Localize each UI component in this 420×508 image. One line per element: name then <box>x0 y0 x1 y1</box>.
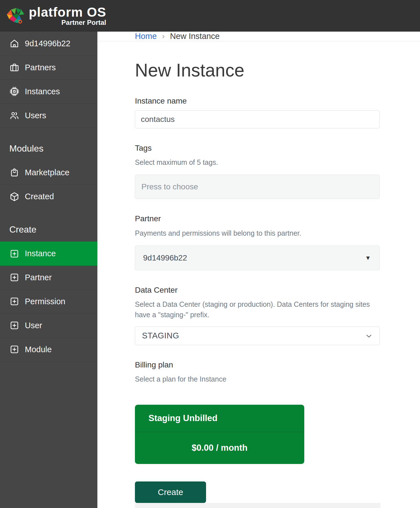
partner-label: Partner <box>135 214 380 224</box>
partner-selected-value: 9d14996b22 <box>143 253 187 262</box>
sidebar-item-label: Permission <box>25 297 65 306</box>
sidebar-item-create-module[interactable]: Module <box>0 338 97 362</box>
plus-square-icon <box>9 344 19 354</box>
sidebar-item-label: 9d14996b22 <box>25 39 70 48</box>
brand-logo[interactable]: platform OS Partner Portal <box>5 5 106 27</box>
sidebar-item-instances[interactable]: Instances <box>0 80 97 104</box>
sidebar-section-modules-title: Modules <box>0 143 97 154</box>
home-icon <box>9 38 19 49</box>
dropdown-caret-icon: ▼ <box>365 255 371 261</box>
brand-name: platform OS <box>29 5 106 19</box>
data-center-hint: Select a Data Center (staging or product… <box>135 299 380 320</box>
sidebar-item-label: Users <box>25 111 46 120</box>
data-center-label: Data Center <box>135 285 380 295</box>
tags-hint: Select maximum of 5 tags. <box>135 157 380 167</box>
partner-hint: Payments and permissions will belong to … <box>135 228 380 238</box>
sidebar-item-create-user[interactable]: User <box>0 314 97 338</box>
billing-plan-hint: Select a plan for the Instance <box>135 374 380 384</box>
briefcase-icon <box>9 62 19 73</box>
breadcrumb-current: New Instance <box>170 32 220 41</box>
plus-square-icon <box>9 249 19 259</box>
sidebar-item-label: Instances <box>25 87 60 96</box>
chip-icon <box>9 86 19 97</box>
sidebar-item-created[interactable]: Created <box>0 185 97 209</box>
instance-name-input[interactable] <box>135 110 380 128</box>
data-center-selected-value: STAGING <box>142 331 179 340</box>
shopping-bag-icon <box>9 167 19 178</box>
new-instance-form: New Instance Instance name Tags Select m… <box>97 41 420 508</box>
platformos-chameleon-icon <box>5 6 26 25</box>
billing-plan-label: Billing plan <box>135 360 380 370</box>
sidebar-main-nav: 9d14996b22 Partners Instances Users <box>0 32 97 128</box>
sidebar-item-users[interactable]: Users <box>0 104 97 128</box>
plus-square-icon <box>9 296 19 306</box>
tags-label: Tags <box>135 143 380 153</box>
instance-name-label: Instance name <box>135 96 380 106</box>
data-center-select[interactable]: STAGING <box>135 327 380 345</box>
plus-square-icon <box>9 320 19 330</box>
sidebar-modules-nav: Marketplace Created <box>0 161 97 209</box>
plan-price: $0.00 / month <box>135 432 304 464</box>
sidebar-item-partners[interactable]: Partners <box>0 56 97 80</box>
billing-plan-card-staging-unbilled[interactable]: Staging Unbilled $0.00 / month <box>135 405 304 464</box>
plan-name: Staging Unbilled <box>135 405 304 432</box>
partner-select[interactable]: 9d14996b22 ▼ <box>135 246 380 270</box>
sidebar-item-label: Created <box>25 192 54 201</box>
tags-picker[interactable]: Press to choose <box>135 175 380 199</box>
page-bottom-strip <box>135 503 380 508</box>
sidebar-item-create-instance[interactable]: Instance <box>0 242 97 266</box>
create-button[interactable]: Create <box>135 481 206 503</box>
app-header: platform OS Partner Portal <box>0 0 420 32</box>
sidebar-item-label: Partner <box>25 273 52 282</box>
sidebar-section-create-title: Create <box>0 224 97 235</box>
sidebar-item-marketplace[interactable]: Marketplace <box>0 161 97 185</box>
chevron-down-icon <box>365 332 373 340</box>
sidebar-item-label: Module <box>25 345 52 354</box>
sidebar-item-label: Partners <box>25 63 56 72</box>
plus-square-icon <box>9 272 19 283</box>
sidebar-create-nav: Instance Partner Permission User <box>0 242 97 362</box>
users-icon <box>9 110 19 121</box>
sidebar: 9d14996b22 Partners Instances Users <box>0 32 97 508</box>
sidebar-item-label: Marketplace <box>25 168 69 177</box>
brand-subtitle: Partner Portal <box>62 19 106 26</box>
breadcrumb: Home › New Instance <box>97 32 420 41</box>
cube-icon <box>9 192 19 202</box>
breadcrumb-separator-icon: › <box>162 32 165 41</box>
tags-placeholder: Press to choose <box>141 182 198 191</box>
breadcrumb-home-link[interactable]: Home <box>135 32 157 41</box>
sidebar-item-create-permission[interactable]: Permission <box>0 290 97 314</box>
sidebar-item-label: User <box>25 321 42 330</box>
page-title: New Instance <box>135 60 380 80</box>
sidebar-item-create-partner[interactable]: Partner <box>0 266 97 290</box>
sidebar-item-partner-home[interactable]: 9d14996b22 <box>0 32 97 56</box>
sidebar-item-label: Instance <box>25 249 56 258</box>
